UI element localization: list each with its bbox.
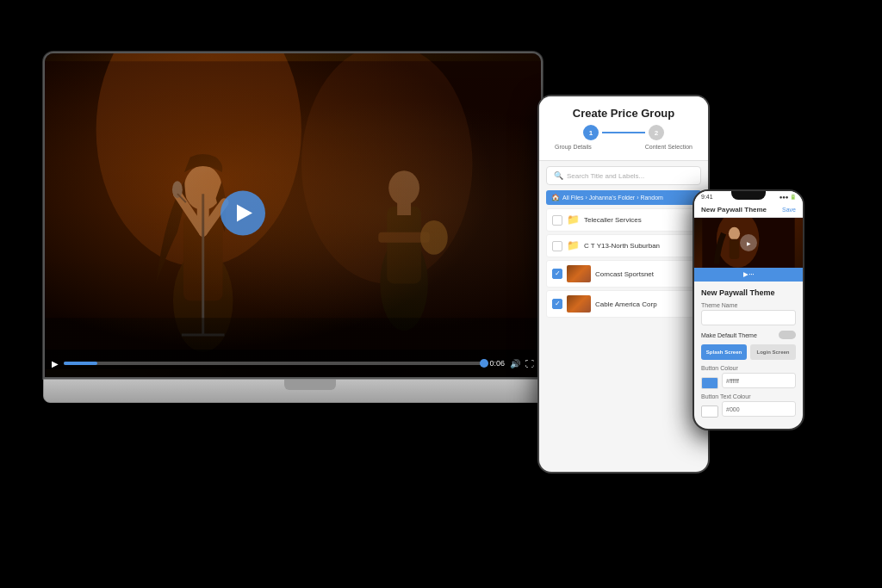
item-thumbnail [567, 265, 591, 282]
button-color-swatch[interactable] [701, 377, 718, 389]
phone-time: 9:41 [701, 194, 713, 200]
button-text-color-input[interactable]: #000 [722, 401, 796, 417]
time-display: 0:06 [489, 359, 505, 368]
checkmark-icon: ✓ [555, 300, 561, 307]
list-item[interactable]: ✓ Comcast Sportsnet [546, 260, 701, 288]
volume-icon[interactable]: 🔊 [510, 359, 520, 368]
step-2: 2 [649, 125, 664, 140]
tablet-search[interactable]: 🔍 Search Title and Labels... [546, 166, 701, 185]
breadcrumb[interactable]: 🏠 All Files › Johanna's Folder › Random [546, 190, 701, 205]
phone-play-button[interactable]: ▶ [740, 234, 757, 251]
button-text-color-row: #000 [701, 401, 796, 422]
laptop-notch [284, 380, 336, 390]
list-item[interactable]: ✓ Cable America Corp [546, 290, 701, 318]
item-label: Telecaller Services [584, 216, 695, 224]
theme-name-input[interactable] [701, 310, 796, 325]
list-item[interactable]: 📁 C T Y13-North Suburban [546, 234, 701, 257]
svg-point-23 [729, 227, 740, 240]
tablet-screen: Create Price Group 1 2 Group Details Con… [539, 96, 708, 472]
phone-save-button[interactable]: Save [782, 207, 796, 213]
fullscreen-icon[interactable]: ⛶ [525, 359, 534, 368]
svg-rect-15 [387, 207, 421, 283]
search-placeholder: Search Title and Labels... [567, 172, 644, 180]
item-checkbox-4[interactable]: ✓ [552, 299, 562, 309]
phone-action-bar: ▶ ··· [694, 268, 803, 282]
phone-screen: 9:41 ●●● 🔋 New Paywall Theme Save [694, 191, 803, 429]
svg-point-17 [388, 170, 419, 205]
folder-icon: 📁 [567, 239, 580, 252]
tablet-list: 📁 Telecaller Services 📁 C T Y13-North Su… [539, 205, 708, 472]
item-checkbox-3[interactable]: ✓ [552, 269, 562, 279]
search-icon: 🔍 [554, 171, 563, 180]
screen-tab-row: Splash Screen Login Screen [701, 344, 796, 360]
phone-header: New Paywall Theme Save [694, 202, 803, 218]
scene: ▶ 0:06 🔊 ⛶ Create Price Group [0, 0, 882, 588]
item-checkbox-2[interactable] [552, 241, 562, 251]
item-label: Comcast Sportsnet [595, 270, 695, 278]
progress-fill [64, 362, 97, 365]
phone-video-thumbnail[interactable]: ▶ [694, 218, 803, 268]
tablet: Create Price Group 1 2 Group Details Con… [537, 95, 710, 473]
tablet-header: Create Price Group 1 2 Group Details Con… [539, 96, 708, 161]
laptop: ▶ 0:06 🔊 ⛶ [43, 52, 577, 499]
video-controls-bar: ▶ 0:06 🔊 ⛶ [45, 350, 541, 377]
home-icon: 🏠 [551, 194, 560, 201]
make-default-row: Make Default Theme [701, 331, 796, 339]
video-player[interactable]: ▶ 0:06 🔊 ⛶ [45, 53, 541, 377]
button-text-color-label: Button Text Colour [701, 393, 796, 399]
thumbnail-image [567, 295, 591, 313]
svg-point-19 [420, 220, 448, 255]
phone: 9:41 ●●● 🔋 New Paywall Theme Save [693, 189, 804, 430]
folder-icon: 📁 [567, 214, 580, 226]
phone-header-title: New Paywall Theme [701, 206, 767, 214]
button-color-row: #ffffff [701, 373, 796, 393]
item-thumbnail [567, 295, 591, 313]
tablet-title: Create Price Group [548, 107, 699, 120]
splash-screen-tab[interactable]: Splash Screen [701, 344, 747, 360]
breadcrumb-text: All Files › Johanna's Folder › Random [562, 195, 663, 201]
button-color-input[interactable]: #ffffff [722, 373, 796, 388]
make-default-label: Make Default Theme [701, 332, 757, 338]
thumbnail-image [567, 265, 591, 282]
progress-bar[interactable] [64, 362, 484, 365]
theme-name-label: Theme Name [701, 302, 796, 308]
step-label-1: Group Details [555, 144, 592, 150]
play-pause-icon[interactable]: ▶ [52, 359, 59, 368]
progress-handle[interactable] [480, 359, 488, 368]
list-item[interactable]: 📁 Telecaller Services [546, 208, 701, 232]
phone-status-icons: ●●● 🔋 [780, 194, 796, 200]
play-icon [237, 204, 252, 221]
step-labels: Group Details Content Selection [548, 144, 699, 150]
login-screen-tab[interactable]: Login Screen [750, 344, 796, 360]
button-text-color-swatch[interactable] [701, 405, 718, 418]
checkmark-icon: ✓ [555, 270, 561, 277]
svg-rect-24 [730, 239, 740, 259]
step-line [602, 132, 645, 133]
item-label: C T Y13-North Suburban [584, 242, 695, 250]
phone-content: New Paywall Theme Theme Name Make Defaul… [694, 282, 803, 429]
laptop-screen: ▶ 0:06 🔊 ⛶ [43, 52, 543, 379]
play-button[interactable] [220, 190, 265, 235]
phone-notch [731, 191, 766, 200]
step-label-2: Content Selection [645, 144, 693, 150]
stepper: 1 2 [548, 125, 699, 140]
laptop-base [43, 379, 577, 403]
phone-action-text: ▶ ··· [743, 271, 755, 278]
button-color-label: Button Colour [701, 365, 796, 371]
make-default-toggle[interactable] [779, 331, 796, 339]
step-1: 1 [583, 125, 599, 140]
phone-section-title: New Paywall Theme [701, 288, 796, 297]
item-checkbox-1[interactable] [552, 215, 562, 226]
svg-point-12 [172, 181, 183, 198]
item-label: Cable America Corp [595, 300, 695, 308]
